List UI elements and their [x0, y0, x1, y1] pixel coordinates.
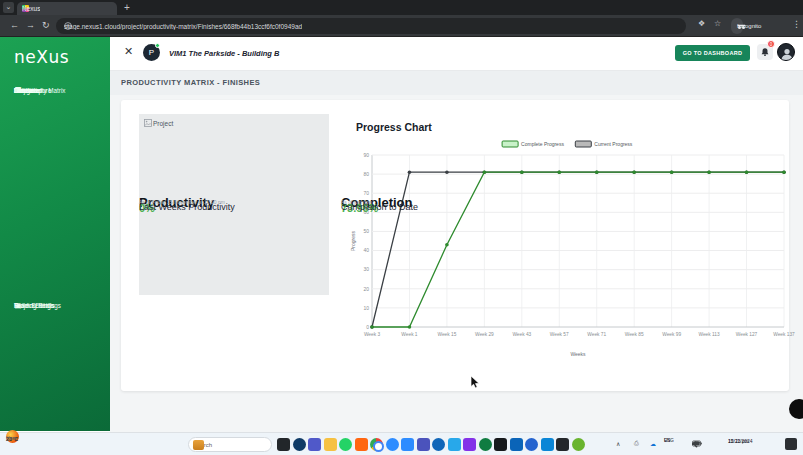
skype-icon[interactable]: [541, 438, 554, 451]
excel-icon[interactable]: [479, 438, 492, 451]
svg-text:Week 3: Week 3: [364, 332, 381, 337]
onedrive-icon[interactable]: [510, 438, 523, 451]
clock-date: 15/11/2024: [728, 438, 753, 445]
page-title: PRODUCTIVITY MATRIX - FINISHES: [121, 78, 260, 87]
forward-icon[interactable]: →: [26, 19, 35, 32]
notification-center-icon[interactable]: [785, 438, 797, 450]
svg-text:Week 29: Week 29: [475, 332, 494, 337]
svg-text:0: 0: [366, 324, 369, 330]
matrix-card: Project Productivity 0% Last Weeks Produ…: [121, 100, 789, 391]
teams-icon[interactable]: [308, 438, 321, 451]
productivity-asof: As of Friday 15 November at 12:20 pm: [139, 200, 225, 205]
content-area: Project Productivity 0% Last Weeks Produ…: [110, 95, 803, 432]
search-highlight-icon: [193, 440, 204, 450]
incognito-badge: Incognito: [731, 18, 743, 34]
svg-text:Week 57: Week 57: [550, 332, 569, 337]
browser-tab-strip: ⌄ Nexus × +: [0, 0, 803, 15]
svg-text:10: 10: [363, 305, 369, 311]
chrome-icon[interactable]: [370, 438, 383, 451]
store-icon[interactable]: [494, 438, 507, 451]
outlook-icon[interactable]: [432, 438, 445, 451]
battery-icon[interactable]: [692, 440, 702, 447]
whatsapp-icon[interactable]: [339, 438, 352, 451]
bell-icon: [760, 47, 770, 57]
screen: ⌄ Nexus × + ← → ↻ stage.nexus1.cloud/pro…: [0, 0, 803, 455]
bookmark-star-icon[interactable]: ☆: [714, 19, 721, 28]
svg-text:Week 1: Week 1: [401, 332, 418, 337]
svg-text:Complete Progress: Complete Progress: [521, 141, 564, 147]
svg-text:Week 15: Week 15: [437, 332, 456, 337]
svg-text:Week 99: Week 99: [662, 332, 681, 337]
tab-close-icon[interactable]: ×: [22, 5, 27, 13]
chat-fab-button[interactable]: [789, 399, 803, 419]
svg-text:20: 20: [363, 286, 369, 292]
svg-text:Week 43: Week 43: [512, 332, 531, 337]
url-text: stage.nexus1.cloud/project/productivity-…: [64, 23, 302, 30]
image-alt-text: Project: [153, 120, 173, 127]
firefox-icon[interactable]: [355, 438, 368, 451]
project-title: VIM1 The Parkside - Building B: [169, 49, 279, 58]
tray-cloud-icon[interactable]: ☁: [650, 440, 656, 447]
reload-icon[interactable]: ↻: [42, 19, 50, 32]
broken-image-icon: [144, 119, 152, 127]
svg-text:50: 50: [363, 228, 369, 234]
sidebar-item-handover[interactable]: ▨Handover∨: [0, 79, 24, 101]
svg-text:Week 113: Week 113: [699, 332, 720, 337]
extensions-icon[interactable]: ❖: [698, 19, 705, 28]
svg-text:Week 127: Week 127: [736, 332, 758, 337]
teams-chat-icon[interactable]: [417, 438, 430, 451]
sidebar-item-label: Team Settings: [14, 302, 54, 309]
taskbar-search[interactable]: Search: [188, 437, 272, 452]
svg-text:Current Progress: Current Progress: [594, 141, 633, 147]
url-bar[interactable]: stage.nexus1.cloud/project/productivity-…: [56, 18, 686, 34]
notification-badge: 0: [767, 40, 775, 48]
progress-chart: 0102030405060708090Week 3Week 1Week 15We…: [348, 137, 800, 363]
go-to-dashboard-button[interactable]: GO TO DASHBOARD: [675, 45, 750, 61]
svg-text:90: 90: [363, 152, 369, 158]
back-icon[interactable]: ←: [10, 19, 19, 32]
tray-chevron-up-icon[interactable]: ∧: [616, 440, 620, 447]
close-icon[interactable]: ✕: [124, 46, 133, 57]
mouse-cursor: [470, 376, 481, 389]
user-avatar[interactable]: [777, 43, 795, 61]
sidebar-item-team-settings[interactable]: ⚇Team Settings: [0, 295, 24, 316]
browser-menu-icon[interactable]: ⋮: [792, 19, 801, 29]
start-button[interactable]: [170, 438, 183, 451]
tab-search-button[interactable]: ⌄: [3, 2, 14, 13]
taskbar: 23°C Haze Search ∧ ⎙ ☁ ENG US: [0, 432, 803, 455]
svg-text:Week 71: Week 71: [587, 332, 606, 337]
photos-icon[interactable]: [556, 438, 569, 451]
calendar-icon[interactable]: [448, 438, 461, 451]
nexus-logo: neXus: [14, 47, 69, 67]
svg-text:Weeks: Weeks: [570, 351, 586, 357]
todo-icon[interactable]: [525, 438, 538, 451]
svg-text:30: 30: [363, 266, 369, 272]
online-status-dot: [155, 43, 160, 48]
svg-text:Week 85: Week 85: [625, 332, 644, 337]
incognito-label: Incognito: [737, 23, 761, 29]
vpn-icon[interactable]: [293, 438, 306, 451]
completion-asof: As of just now: [341, 200, 372, 205]
tray-device-icon[interactable]: ⎙: [634, 440, 639, 447]
contacts-icon[interactable]: [401, 438, 414, 451]
svg-text:Progress: Progress: [350, 231, 356, 252]
notes-icon[interactable]: [572, 438, 585, 451]
svg-text:Week 137: Week 137: [773, 332, 795, 337]
svg-text:40: 40: [363, 247, 369, 253]
file-explorer-icon[interactable]: [324, 438, 337, 451]
new-tab-button[interactable]: +: [124, 2, 130, 13]
sidebar: neXus ▤Project◷Productivity Matrix∧✎Desi…: [0, 37, 110, 431]
svg-text:80: 80: [363, 171, 369, 177]
weather-desc: Haze: [6, 436, 18, 442]
copilot-icon[interactable]: [463, 438, 476, 451]
terminal-icon[interactable]: [277, 438, 290, 451]
chart-title: Progress Chart: [356, 121, 432, 133]
sidebar-item-label: Handover: [14, 87, 41, 94]
zoom-icon[interactable]: [386, 438, 399, 451]
browser-toolbar: ← → ↻ stage.nexus1.cloud/project/product…: [0, 15, 803, 37]
chevron-down-icon[interactable]: ∨: [14, 87, 18, 93]
browser-tab[interactable]: Nexus ×: [17, 2, 117, 15]
